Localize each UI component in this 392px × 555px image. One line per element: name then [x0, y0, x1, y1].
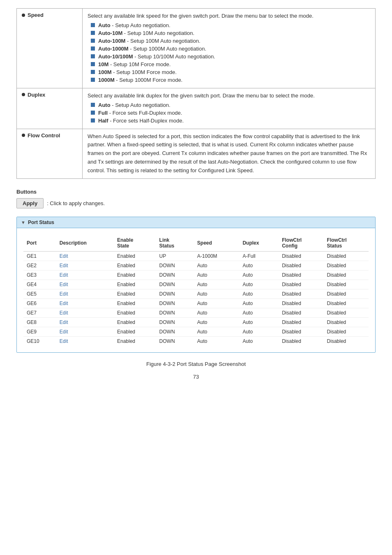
edit-link[interactable]: Edit: [60, 329, 68, 335]
cell-speed: Auto: [194, 261, 240, 270]
cell-duplex: Auto: [239, 308, 279, 317]
cell-description: Edit: [56, 298, 114, 308]
cell-speed: Auto: [194, 289, 240, 298]
table-row: GE4EditEnabledDOWNAutoAutoDisabledDisabl…: [23, 280, 369, 289]
edit-link[interactable]: Edit: [60, 310, 68, 316]
edit-link[interactable]: Edit: [60, 301, 68, 306]
cell-duplex: Auto: [239, 298, 279, 308]
cell-link-status: DOWN: [156, 270, 194, 280]
figure-caption: Figure 4-3-2 Port Status Page Screenshot: [16, 361, 376, 367]
flow-control-description: When Auto Speed is selected for a port, …: [88, 132, 370, 175]
sq-bullet-icon: [91, 23, 95, 27]
duplex-label: Duplex: [22, 92, 77, 98]
cell-link-status: DOWN: [156, 327, 194, 336]
cell-flowctrl-status: Disabled: [324, 270, 369, 280]
cell-enable-state: Enabled: [114, 308, 156, 317]
table-row: GE6EditEnabledDOWNAutoAutoDisabledDisabl…: [23, 298, 369, 308]
cell-speed: Auto: [194, 280, 240, 289]
cell-duplex: Auto: [239, 270, 279, 280]
duplex-row: Duplex Select any available link duplex …: [17, 88, 376, 129]
port-status-table: Port Description EnableState LinkStatus …: [23, 235, 369, 346]
cell-duplex: Auto: [239, 327, 279, 336]
cell-speed: Auto: [194, 317, 240, 327]
cell-port: GE2: [23, 261, 56, 270]
cell-link-status: DOWN: [156, 298, 194, 308]
sq-bullet-icon: [91, 70, 95, 74]
cell-enable-state: Enabled: [114, 317, 156, 327]
list-item: Auto - Setup Auto negotiation.: [88, 22, 370, 28]
cell-link-status: DOWN: [156, 308, 194, 317]
cell-flowctrl-status: Disabled: [324, 298, 369, 308]
cell-enable-state: Enabled: [114, 251, 156, 261]
cell-flowctrl-config: Disabled: [279, 308, 323, 317]
apply-button[interactable]: Apply: [16, 198, 44, 208]
cell-flowctrl-status: Disabled: [324, 336, 369, 346]
cell-description: Edit: [56, 289, 114, 298]
duplex-list: Auto - Setup Auto negotiation. Full - Fo…: [88, 102, 370, 124]
cell-description: Edit: [56, 327, 114, 336]
list-item: Auto-10/100M - Setup 10/100M Auto negoti…: [88, 53, 370, 60]
list-item: 10M - Setup 10M Force mode.: [88, 61, 370, 67]
sq-bullet-icon: [91, 78, 95, 82]
cell-enable-state: Enabled: [114, 280, 156, 289]
table-row: GE9EditEnabledDOWNAutoAutoDisabledDisabl…: [23, 327, 369, 336]
collapse-icon[interactable]: ▼: [21, 220, 25, 225]
col-duplex: Duplex: [239, 235, 279, 252]
cell-port: GE7: [23, 308, 56, 317]
sq-bullet-icon: [91, 118, 95, 123]
cell-flowctrl-config: Disabled: [279, 270, 323, 280]
cell-flowctrl-status: Disabled: [324, 289, 369, 298]
table-row: GE2EditEnabledDOWNAutoAutoDisabledDisabl…: [23, 261, 369, 270]
apply-btn-row: Apply : Click to apply changes.: [16, 198, 376, 208]
flow-control-row: Flow Control When Auto Speed is selected…: [17, 129, 376, 178]
cell-duplex: Auto: [239, 280, 279, 289]
list-item: Auto - Setup Auto negotiation.: [88, 102, 370, 108]
speed-intro: Select any available link speed for the …: [88, 12, 370, 21]
edit-link[interactable]: Edit: [60, 319, 68, 325]
cell-description: Edit: [56, 308, 114, 317]
table-row: GE7EditEnabledDOWNAutoAutoDisabledDisabl…: [23, 308, 369, 317]
speed-bullet-icon: [22, 14, 25, 17]
cell-flowctrl-config: Disabled: [279, 298, 323, 308]
cell-enable-state: Enabled: [114, 327, 156, 336]
edit-link[interactable]: Edit: [60, 282, 68, 287]
table-row: GE3EditEnabledDOWNAutoAutoDisabledDisabl…: [23, 270, 369, 280]
buttons-title: Buttons: [16, 189, 376, 195]
cell-port: GE6: [23, 298, 56, 308]
cell-flowctrl-status: Disabled: [324, 261, 369, 270]
col-speed: Speed: [194, 235, 240, 252]
port-status-table-wrapper: Port Description EnableState LinkStatus …: [17, 228, 375, 352]
cell-description: Edit: [56, 336, 114, 346]
cell-enable-state: Enabled: [114, 298, 156, 308]
cell-port: GE3: [23, 270, 56, 280]
cell-link-status: DOWN: [156, 280, 194, 289]
list-item: 100M - Setup 100M Force mode.: [88, 69, 370, 75]
edit-link[interactable]: Edit: [60, 272, 68, 278]
edit-link[interactable]: Edit: [60, 291, 68, 297]
col-flowctrl-config: FlowCtrlConfig: [279, 235, 323, 252]
table-row: GE8EditEnabledDOWNAutoAutoDisabledDisabl…: [23, 317, 369, 327]
cell-port: GE10: [23, 336, 56, 346]
cell-enable-state: Enabled: [114, 336, 156, 346]
cell-duplex: Auto: [239, 336, 279, 346]
page-number: 73: [16, 374, 376, 380]
cell-flowctrl-config: Disabled: [279, 289, 323, 298]
col-description: Description: [56, 235, 114, 252]
cell-flowctrl-config: Disabled: [279, 317, 323, 327]
cell-flowctrl-status: Disabled: [324, 327, 369, 336]
table-header-row: Port Description EnableState LinkStatus …: [23, 235, 369, 252]
edit-link[interactable]: Edit: [60, 253, 68, 259]
info-table: Speed Select any available link speed fo…: [16, 8, 376, 179]
cell-flowctrl-config: Disabled: [279, 327, 323, 336]
cell-duplex: Auto: [239, 261, 279, 270]
col-enable-state: EnableState: [114, 235, 156, 252]
list-item: 1000M - Setup 1000M Force mode.: [88, 77, 370, 83]
edit-link[interactable]: Edit: [60, 338, 68, 344]
table-row: GE1EditEnabledUPA-1000MA-FullDisabledDis…: [23, 251, 369, 261]
cell-enable-state: Enabled: [114, 270, 156, 280]
cell-speed: Auto: [194, 298, 240, 308]
edit-link[interactable]: Edit: [60, 263, 68, 268]
cell-link-status: DOWN: [156, 289, 194, 298]
cell-duplex: Auto: [239, 289, 279, 298]
cell-speed: A-1000M: [194, 251, 240, 261]
